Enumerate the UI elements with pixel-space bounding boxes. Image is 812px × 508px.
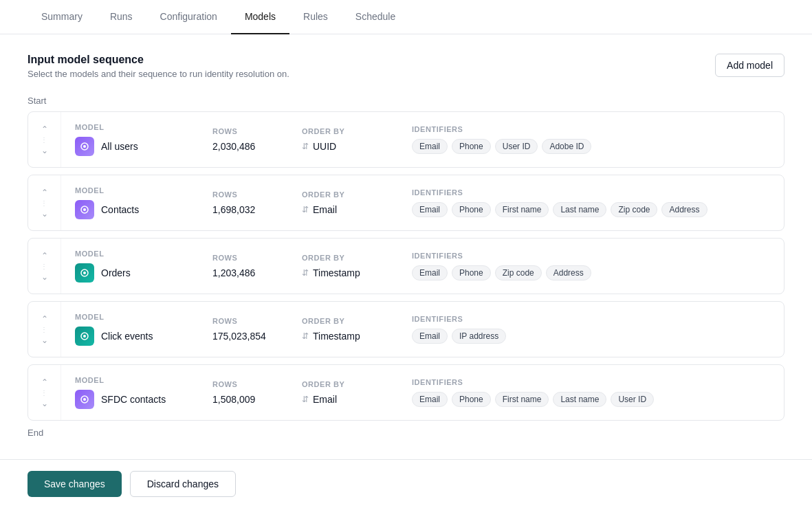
identifiers-col-header: IDENTIFIERS — [412, 252, 770, 260]
col-model: MODEL SFDC contacts — [75, 376, 212, 409]
move-up-button[interactable]: ⌃ — [39, 187, 51, 198]
identifier-badge: User ID — [611, 392, 654, 407]
svg-point-7 — [83, 335, 86, 338]
rows-col-header: ROWS — [212, 254, 302, 262]
drag-handle-icon[interactable]: ⋮ — [41, 326, 48, 333]
svg-point-9 — [83, 398, 86, 401]
col-rows: ROWS 1,203,486 — [212, 254, 302, 278]
identifier-badge: Phone — [452, 392, 491, 407]
model-info: Click events — [75, 327, 212, 346]
model-name: Contacts — [101, 204, 139, 215]
model-info: SFDC contacts — [75, 390, 212, 409]
model-name: Orders — [101, 267, 131, 278]
tab-runs[interactable]: Runs — [96, 0, 146, 34]
identifiers-list: EmailPhoneUser IDAdobe ID — [412, 139, 770, 154]
row-content: MODEL Orders ROWS 1,203,486 ORDER BY — [61, 239, 784, 294]
tab-configuration[interactable]: Configuration — [146, 0, 231, 34]
models-container: ⌃ ⋮ ⌄ MODEL All users ROWS 2,030,486 — [28, 111, 784, 421]
drag-handle-icon[interactable]: ⋮ — [41, 263, 48, 270]
row-content: MODEL Contacts ROWS 1,698,032 ORDER BY — [61, 175, 784, 230]
identifiers-list: EmailPhoneZip codeAddress — [412, 265, 770, 280]
drag-handle-icon[interactable]: ⋮ — [41, 199, 48, 207]
discard-changes-button[interactable]: Discard changes — [130, 471, 236, 497]
row-controls: ⌃ ⋮ ⌄ — [28, 302, 61, 357]
rows-col-header: ROWS — [212, 317, 302, 325]
orderby-value: ⇵ Timestamp — [302, 267, 412, 278]
row-content: MODEL SFDC contacts ROWS 1,508,009 ORDER… — [61, 365, 784, 420]
end-label: End — [28, 428, 784, 438]
model-name: SFDC contacts — [101, 394, 166, 405]
col-identifiers: IDENTIFIERS EmailPhoneFirst nameLast nam… — [412, 378, 770, 407]
model-col-header: MODEL — [75, 376, 212, 384]
identifiers-list: EmailIP address — [412, 329, 770, 344]
orderby-col-header: ORDER BY — [302, 127, 412, 135]
col-model: MODEL Contacts — [75, 186, 212, 219]
tab-rules[interactable]: Rules — [289, 0, 342, 34]
svg-point-3 — [83, 208, 86, 211]
orderby-value: ⇵ UUID — [302, 141, 412, 152]
orderby-col-header: ORDER BY — [302, 317, 412, 325]
col-orderby: ORDER BY ⇵ UUID — [302, 127, 412, 152]
identifier-badge: Email — [412, 329, 448, 344]
tab-summary[interactable]: Summary — [28, 0, 96, 34]
identifiers-col-header: IDENTIFIERS — [412, 188, 770, 197]
identifier-badge: Email — [412, 202, 448, 217]
row-content: MODEL All users ROWS 2,030,486 ORDER BY — [61, 112, 784, 167]
move-down-button[interactable]: ⌄ — [39, 145, 51, 156]
sort-icon: ⇵ — [302, 205, 309, 214]
move-down-button[interactable]: ⌄ — [39, 398, 51, 409]
identifiers-list: EmailPhoneFirst nameLast nameZip codeAdd… — [412, 202, 770, 217]
col-model: MODEL Click events — [75, 313, 212, 346]
col-rows: ROWS 175,023,854 — [212, 317, 302, 342]
row-content: MODEL Click events ROWS 175,023,854 ORDE… — [61, 302, 784, 357]
col-rows: ROWS 1,508,009 — [212, 380, 302, 405]
col-orderby: ORDER BY ⇵ Email — [302, 190, 412, 215]
model-row: ⌃ ⋮ ⌄ MODEL Click events ROWS 175,023, — [28, 301, 784, 357]
identifier-badge: Zip code — [611, 202, 657, 217]
section-subtitle: Select the models and their sequence to … — [28, 69, 289, 79]
add-model-button[interactable]: Add model — [715, 54, 784, 77]
rows-col-header: ROWS — [212, 127, 302, 135]
drag-handle-icon[interactable]: ⋮ — [41, 389, 48, 397]
identifier-badge: Phone — [452, 139, 491, 154]
section-title: Input model sequence — [28, 54, 289, 66]
model-col-header: MODEL — [75, 186, 212, 195]
move-up-button[interactable]: ⌃ — [39, 313, 51, 324]
identifier-badge: Zip code — [495, 265, 542, 280]
orderby-col-header: ORDER BY — [302, 190, 412, 199]
identifier-badge: Phone — [452, 202, 491, 217]
sort-icon: ⇵ — [302, 331, 309, 341]
col-model: MODEL All users — [75, 123, 212, 156]
tab-schedule[interactable]: Schedule — [342, 0, 409, 34]
orderby-value: ⇵ Timestamp — [302, 331, 412, 342]
col-rows: ROWS 2,030,486 — [212, 127, 302, 152]
main-content: Input model sequence Select the models a… — [0, 34, 812, 463]
move-down-button[interactable]: ⌄ — [39, 208, 51, 219]
rows-value: 2,030,486 — [212, 141, 302, 152]
row-controls: ⌃ ⋮ ⌄ — [28, 175, 61, 230]
col-orderby: ORDER BY ⇵ Email — [302, 380, 412, 405]
sort-icon: ⇵ — [302, 395, 309, 404]
model-row: ⌃ ⋮ ⌄ MODEL SFDC contacts ROWS 1,508,0 — [28, 364, 784, 421]
move-down-button[interactable]: ⌄ — [39, 272, 51, 283]
svg-point-5 — [83, 272, 86, 274]
col-orderby: ORDER BY ⇵ Timestamp — [302, 317, 412, 342]
identifier-badge: Adobe ID — [542, 139, 591, 154]
move-down-button[interactable]: ⌄ — [39, 335, 51, 346]
identifier-badge: Email — [412, 139, 448, 154]
row-controls: ⌃ ⋮ ⌄ — [28, 239, 61, 294]
identifiers-col-header: IDENTIFIERS — [412, 315, 770, 323]
tab-models[interactable]: Models — [231, 0, 289, 34]
tabs-nav: SummaryRunsConfigurationModelsRulesSched… — [0, 0, 812, 34]
identifier-badge: Email — [412, 392, 448, 407]
row-controls: ⌃ ⋮ ⌄ — [28, 112, 61, 167]
model-name: Click events — [101, 331, 153, 342]
move-up-button[interactable]: ⌃ — [39, 250, 51, 261]
save-changes-button[interactable]: Save changes — [28, 471, 122, 497]
drag-handle-icon[interactable]: ⋮ — [41, 136, 48, 144]
model-row: ⌃ ⋮ ⌄ MODEL Contacts ROWS 1,698,032 — [28, 175, 784, 231]
col-identifiers: IDENTIFIERS EmailPhoneFirst nameLast nam… — [412, 188, 770, 217]
model-icon — [75, 200, 94, 219]
move-up-button[interactable]: ⌃ — [39, 124, 51, 135]
move-up-button[interactable]: ⌃ — [39, 377, 51, 388]
